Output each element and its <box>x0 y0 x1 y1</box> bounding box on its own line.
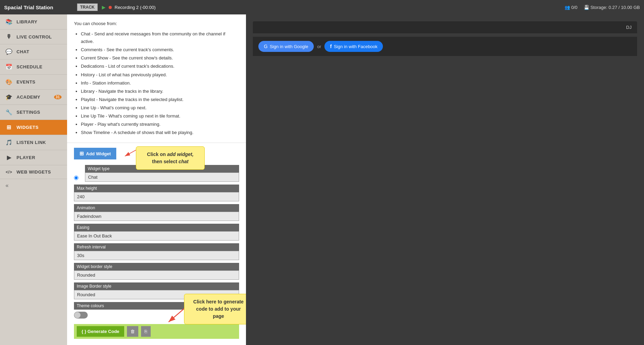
easing-field: Easing <box>74 224 239 241</box>
border-style-label: Widget border style <box>74 263 239 270</box>
list-item: Info - Station information. <box>81 79 239 87</box>
events-icon: 🎨 <box>6 79 12 85</box>
sidebar-item-settings[interactable]: 🔧 SETTINGS <box>0 105 67 120</box>
sidebar-item-label: EVENTS <box>17 79 35 85</box>
sidebar-item-label: WEB WIDGETS <box>17 169 51 175</box>
schedule-icon: 📅 <box>6 64 12 70</box>
refresh-label: Refresh interval <box>74 243 239 251</box>
users-count: 👥 0/0 <box>565 5 578 10</box>
sidebar-item-player[interactable]: ▶ PLAYER <box>0 150 67 165</box>
description-list: Chat - Send and receive messages from th… <box>81 30 239 136</box>
sidebar-item-academy[interactable]: 🎓 ACADEMY 31 <box>0 90 67 105</box>
sidebar-item-label: SCHEDULE <box>17 64 43 69</box>
sidebar-item-web-widgets[interactable]: </> WEB WIDGETS <box>0 165 67 179</box>
academy-badge: 31 <box>54 95 62 99</box>
storage-info: 💾 Storage: 0.27 / 10.00 GB <box>584 5 640 10</box>
academy-icon: 🎓 <box>6 94 12 100</box>
tooltip-add-widget: Click on add widget,then select chat <box>136 146 205 170</box>
max-height-label: Max height <box>74 185 239 192</box>
max-height-input[interactable] <box>74 192 239 201</box>
add-widget-label: Add Widget <box>86 151 111 156</box>
chat-icon: 💬 <box>6 48 12 55</box>
sidebar-item-label: LISTEN LINK <box>17 140 46 145</box>
settings-icon: 🔧 <box>6 109 12 115</box>
widget-radio[interactable] <box>74 176 78 180</box>
list-item: Dedications - List of current track's de… <box>81 63 239 70</box>
list-item: History - List of what has previously pl… <box>81 71 239 79</box>
social-buttons: G Sign in with Google or f Sign in with … <box>253 37 637 56</box>
sidebar-item-library[interactable]: 📚 LIBRARY <box>0 14 67 30</box>
sidebar-item-label: SETTINGS <box>17 110 40 115</box>
preview-bar: DJ <box>253 21 637 33</box>
list-item: Show Timeline - A schedule of shows that… <box>81 129 239 136</box>
sidebar-item-label: PLAYER <box>17 155 35 160</box>
widget-config: ⊞ Add Widget Click on add widget,then se… <box>67 143 246 345</box>
or-separator: or <box>317 44 321 49</box>
sidebar-item-label: CHAT <box>17 49 29 54</box>
easing-label: Easing <box>74 224 239 231</box>
sidebar-collapse-btn[interactable]: « <box>0 179 67 192</box>
track-button[interactable]: TRACK <box>77 3 98 11</box>
copy-button[interactable]: ⎘ <box>141 326 151 337</box>
google-signin-label: Sign in with Google <box>270 44 308 49</box>
refresh-field: Refresh interval <box>74 243 239 260</box>
topbar: Spacial Trial Station TRACK ▶ ⏺ Recordin… <box>0 0 644 14</box>
description-area: You can choose from: Chat - Send and rec… <box>67 14 246 143</box>
svg-line-1 <box>125 150 137 156</box>
facebook-icon: f <box>330 44 332 49</box>
list-item: Current Show - See the current show's de… <box>81 54 239 62</box>
sidebar-item-label: WIDGETS <box>17 125 39 130</box>
list-item: Line Up - What's coming up next. <box>81 104 239 112</box>
list-item: Playlist - Navigate the tracks in the se… <box>81 96 239 103</box>
sidebar-item-events[interactable]: 🎨 EVENTS <box>0 75 67 90</box>
refresh-input[interactable] <box>74 251 239 260</box>
svg-line-3 <box>169 307 186 322</box>
theme-toggle[interactable] <box>74 312 88 319</box>
listen-link-icon: 🎵 <box>6 139 12 146</box>
live-control-icon: 🎙 <box>6 34 12 40</box>
widgets-icon: ⊞ <box>6 124 12 131</box>
google-signin-button[interactable]: G Sign in with Google <box>258 41 314 52</box>
list-item: Library - Navigate the tracks in the lib… <box>81 88 239 95</box>
sidebar-item-live-control[interactable]: 🎙 LIVE CONTROL <box>0 30 67 44</box>
record-icon: ⏺ <box>108 4 112 10</box>
sidebar: 📚 LIBRARY 🎙 LIVE CONTROL 💬 CHAT 📅 SCHEDU… <box>0 14 67 345</box>
sidebar-item-schedule[interactable]: 📅 SCHEDULE <box>0 59 67 75</box>
list-item: Chat - Send and receive messages from th… <box>81 30 239 45</box>
generate-code-button[interactable]: { } Generate Code <box>77 326 124 337</box>
border-style-field: Widget border style <box>74 263 239 280</box>
app-title: Spacial Trial Station <box>4 4 73 10</box>
play-icon: ▶ <box>102 4 106 10</box>
google-icon: G <box>264 44 268 49</box>
sidebar-item-chat[interactable]: 💬 CHAT <box>0 44 67 59</box>
right-panel: DJ G Sign in with Google or f Sign in wi… <box>246 14 644 345</box>
sidebar-item-listen-link[interactable]: 🎵 LISTEN LINK <box>0 135 67 150</box>
border-style-input[interactable] <box>74 270 239 280</box>
plus-icon: ⊞ <box>79 151 84 157</box>
trash-icon: 🗑 <box>130 329 135 334</box>
content-area: You can choose from: Chat - Send and rec… <box>67 14 644 345</box>
max-height-field: Max height <box>74 185 239 201</box>
web-widgets-icon: </> <box>6 170 12 175</box>
generate-code-label: { } Generate Code <box>82 329 119 334</box>
easing-input[interactable] <box>74 231 239 241</box>
facebook-signin-button[interactable]: f Sign in with Facebook <box>324 41 383 52</box>
facebook-signin-label: Sign in with Facebook <box>334 44 377 49</box>
sidebar-item-label: LIBRARY <box>17 19 37 24</box>
library-icon: 📚 <box>6 19 12 25</box>
copy-icon: ⎘ <box>144 329 147 334</box>
widget-type-input[interactable] <box>85 172 239 182</box>
dj-label: DJ <box>626 25 632 30</box>
recording-info: ▶ ⏺ Recording 2 (-00:00) <box>102 4 155 10</box>
main-layout: 📚 LIBRARY 🎙 LIVE CONTROL 💬 CHAT 📅 SCHEDU… <box>0 14 644 345</box>
description-intro: You can choose from: <box>74 20 239 27</box>
image-border-label: Image Border style <box>74 282 239 290</box>
sidebar-item-label: ACADEMY <box>17 94 40 100</box>
animation-input[interactable] <box>74 212 239 221</box>
delete-button[interactable]: 🗑 <box>127 326 138 337</box>
recording-label: Recording 2 (-00:00) <box>115 5 155 10</box>
tooltip-generate-text: Click here to generate code to add to yo… <box>193 299 244 319</box>
add-widget-button[interactable]: ⊞ Add Widget <box>74 148 116 159</box>
generate-row: { } Generate Code 🗑 ⎘ <box>74 324 239 339</box>
sidebar-item-widgets[interactable]: ⊞ WIDGETS <box>0 120 67 135</box>
